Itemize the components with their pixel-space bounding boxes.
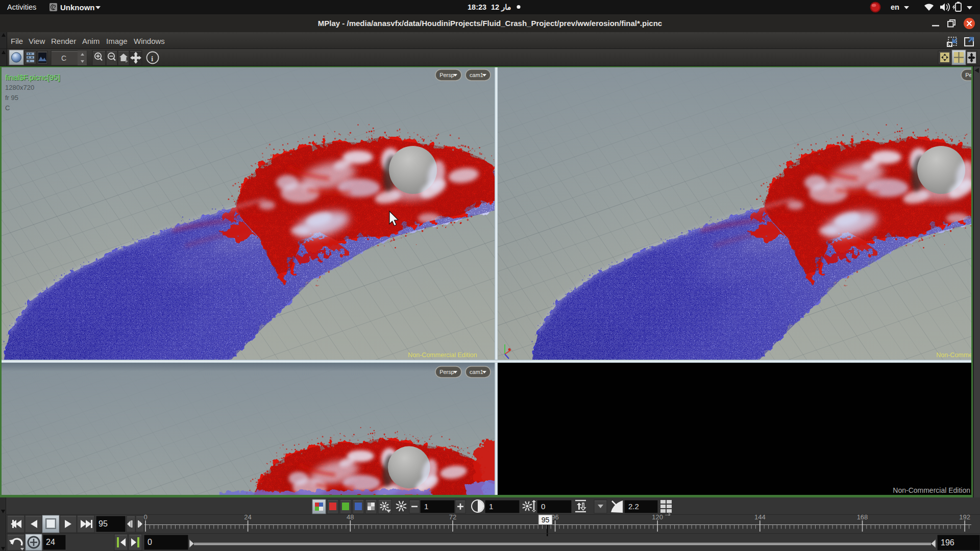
svg-text:0: 0 bbox=[541, 502, 545, 511]
svg-text:final$F.picnc[95]: final$F.picnc[95] bbox=[5, 73, 60, 82]
svg-text:C: C bbox=[61, 54, 66, 62]
svg-text:Non-Commercial Edition: Non-Commercial Edition bbox=[893, 486, 970, 494]
svg-text:1: 1 bbox=[489, 502, 493, 511]
svg-text:MPlay - /media/anasvfx/data/Ho: MPlay - /media/anasvfx/data/HoudiniProje… bbox=[318, 19, 662, 28]
svg-text:12 مار: 12 مار bbox=[491, 3, 511, 12]
svg-text:48: 48 bbox=[347, 513, 354, 521]
svg-text:95: 95 bbox=[542, 516, 550, 524]
svg-text:196: 196 bbox=[941, 538, 954, 547]
svg-text:1: 1 bbox=[424, 502, 428, 511]
svg-text:Unknown: Unknown bbox=[60, 3, 95, 12]
svg-text:Windows: Windows bbox=[134, 37, 165, 45]
svg-text:1280x720: 1280x720 bbox=[5, 84, 34, 91]
svg-text:Persp: Persp bbox=[439, 369, 454, 375]
svg-text:en: en bbox=[891, 3, 899, 11]
svg-text:Persp: Persp bbox=[439, 72, 454, 78]
svg-text:fr 95: fr 95 bbox=[5, 94, 18, 102]
svg-text:Anim: Anim bbox=[82, 37, 100, 45]
svg-text:120: 120 bbox=[652, 513, 663, 521]
svg-text:24: 24 bbox=[46, 538, 55, 546]
svg-text:72: 72 bbox=[449, 513, 456, 521]
svg-text:Render: Render bbox=[51, 37, 76, 45]
svg-text:144: 144 bbox=[754, 513, 766, 521]
svg-text:95: 95 bbox=[99, 519, 108, 528]
svg-text:192: 192 bbox=[959, 513, 970, 521]
svg-text:Activities: Activities bbox=[7, 3, 36, 11]
svg-text:cam1: cam1 bbox=[470, 369, 483, 375]
svg-text:C: C bbox=[5, 104, 10, 112]
svg-text:96: 96 bbox=[551, 513, 558, 521]
svg-text:2.2: 2.2 bbox=[628, 502, 639, 511]
svg-text:Image: Image bbox=[106, 37, 128, 45]
svg-text:i: i bbox=[151, 55, 153, 63]
svg-text:0: 0 bbox=[148, 538, 152, 546]
svg-text:24: 24 bbox=[244, 513, 251, 521]
svg-text:18:23: 18:23 bbox=[468, 3, 486, 11]
svg-text:0: 0 bbox=[143, 513, 147, 521]
svg-text:168: 168 bbox=[857, 513, 868, 521]
svg-text:cam1: cam1 bbox=[470, 72, 483, 78]
svg-text:View: View bbox=[29, 37, 45, 45]
svg-text:File: File bbox=[11, 37, 23, 45]
